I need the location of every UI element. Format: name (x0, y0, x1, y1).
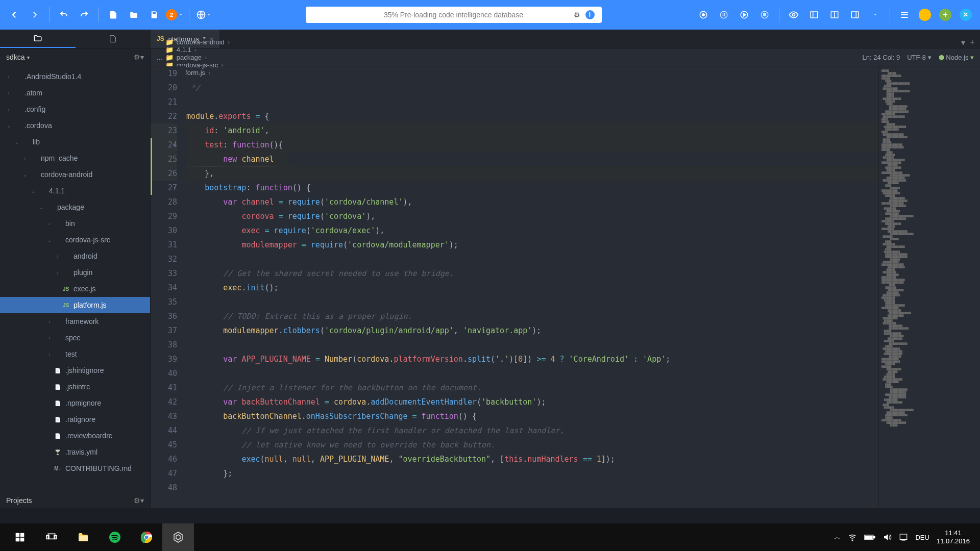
tree-item--cordova[interactable]: ⌄.cordova (0, 117, 150, 134)
preview-button[interactable] (785, 6, 803, 24)
layout-2-button[interactable] (825, 6, 844, 24)
tree-item-test[interactable]: ›test (0, 346, 150, 362)
tree-item--jshintrc[interactable]: 📄.jshintrc (0, 379, 150, 395)
tree-item-package[interactable]: ⌄package (0, 199, 150, 215)
svg-point-3 (720, 11, 727, 18)
tree-item--reviewboardrc[interactable]: 📄.reviewboardrc (0, 428, 150, 444)
windows-taskbar: ︿ DEU 11:41 11.07.2016 (0, 523, 980, 551)
tree-item-framework[interactable]: ›framework (0, 313, 150, 330)
svg-rect-11 (16, 533, 20, 537)
status-gap (0, 508, 980, 523)
taskbar-clock[interactable]: 11:41 11.07.2016 (937, 529, 970, 545)
spotify-taskbar-icon[interactable] (99, 523, 131, 551)
updates-button[interactable]: 2 (165, 6, 184, 24)
svg-point-7 (793, 14, 795, 16)
open-files-tab[interactable] (0, 30, 76, 48)
globe-button[interactable] (194, 6, 213, 24)
komodo-taskbar-icon[interactable] (162, 523, 194, 551)
tree-item-exec-js[interactable]: JSexec.js (0, 281, 150, 297)
maximize-button[interactable]: + (936, 6, 954, 24)
svg-rect-27 (866, 536, 873, 538)
tree-item--travis-yml[interactable]: 🍸.travis.yml (0, 444, 150, 460)
projects-label[interactable]: Projects (6, 496, 32, 505)
tree-item-CONTRIBUTING-md[interactable]: M↓CONTRIBUTING.md (0, 460, 150, 477)
tree-item--ratignore[interactable]: 📄.ratignore (0, 411, 150, 428)
tree-item--atom[interactable]: ›.atom (0, 85, 150, 101)
pause-button[interactable] (715, 6, 733, 24)
info-icon[interactable]: i (585, 10, 595, 19)
breadcrumb-cordova-android[interactable]: 📁 cordova-android › (165, 38, 230, 46)
play-button[interactable] (735, 6, 753, 24)
svg-rect-10 (851, 12, 859, 18)
tab-add-icon[interactable]: + (969, 37, 975, 48)
sidebar-tab-well (0, 30, 151, 48)
svg-rect-13 (16, 538, 20, 542)
task-view-button[interactable] (36, 523, 67, 551)
redo-button[interactable] (75, 6, 93, 24)
tree-item-npm_cache[interactable]: ›npm_cache (0, 150, 150, 166)
record-button[interactable] (694, 6, 713, 24)
footer-gear-icon[interactable]: ⚙▾ (134, 496, 144, 505)
nav-back-button[interactable] (5, 6, 23, 24)
save-button[interactable] (145, 6, 163, 24)
tree-item-lib[interactable]: ⌄lib (0, 134, 150, 150)
tree-item-android[interactable]: ›android (0, 248, 150, 264)
notifications-icon[interactable] (899, 533, 908, 542)
tray-chevron-icon[interactable]: ︿ (834, 533, 841, 542)
wifi-icon[interactable] (848, 533, 857, 542)
tree-item--AndroidStudio1-4[interactable]: ›.AndroidStudio1.4 (0, 68, 150, 85)
tree-item--jshintignore[interactable]: 📄.jshintignore (0, 362, 150, 379)
loading-text: 35% Pre-loading code intelligence databa… (384, 11, 523, 19)
code-content[interactable]: * */ module.exports = { id: 'android', t… (186, 66, 878, 508)
tree-item--npmignore[interactable]: 📄.npmignore (0, 395, 150, 411)
tab-strip: JS platform.js * × ▾ + (0, 30, 980, 48)
undo-button[interactable] (55, 6, 73, 24)
tree-item-platform-js[interactable]: JSplatform.js (0, 297, 150, 313)
breadcrumb-4.1.1[interactable]: 📁 4.1.1 › (165, 46, 230, 54)
code-area[interactable]: 19202122▾2324▾252627▾2829303132333435363… (151, 66, 980, 508)
menu-button[interactable] (895, 6, 914, 24)
stop-button[interactable] (755, 6, 774, 24)
tree-item-spec[interactable]: ›spec (0, 330, 150, 346)
file-tree[interactable]: ›.AndroidStudio1.4›.atom›.config⌄.cordov… (0, 66, 150, 492)
nav-forward-button[interactable] (26, 6, 44, 24)
tree-item-4-1-1[interactable]: ⌄4.1.1 (0, 183, 150, 199)
language-label[interactable]: ⬢ Node.js ▾ (939, 54, 974, 61)
volume-icon[interactable] (883, 533, 892, 542)
project-name[interactable]: sdkca (6, 53, 25, 61)
layout-1-button[interactable] (805, 6, 823, 24)
gutter[interactable]: 19202122▾2324▾252627▾2829303132333435363… (151, 66, 186, 508)
breadcrumb-package[interactable]: 📁 package › (165, 54, 230, 61)
loading-status: 35% Pre-loading code intelligence databa… (306, 7, 602, 23)
project-dropdown-icon[interactable]: ▾ (27, 55, 30, 60)
tab-overflow-icon[interactable]: ▾ (961, 38, 965, 47)
tree-item-plugin[interactable]: ›plugin (0, 264, 150, 281)
close-button[interactable]: × (957, 6, 975, 24)
layout-dropdown[interactable] (866, 6, 885, 24)
sidebar-gear-icon[interactable]: ⚙▾ (134, 53, 144, 61)
gear-icon[interactable]: ⚙ (574, 11, 580, 19)
tree-item-cordova-js-src[interactable]: ⌄cordova-js-src (0, 232, 150, 248)
files-tab[interactable] (76, 30, 151, 48)
tree-item--config[interactable]: ›.config (0, 101, 150, 117)
svg-rect-8 (811, 12, 818, 18)
cursor-position[interactable]: Ln: 24 Col: 9 (862, 54, 900, 61)
new-file-button[interactable] (104, 6, 122, 24)
minimap[interactable]: ██████ ███████ ████████████████ ███████ … (878, 66, 980, 508)
breadcrumb-bar: ... 📁 cordova-android ›📁 4.1.1 ›📁 packag… (151, 48, 980, 66)
language-indicator[interactable]: DEU (915, 534, 929, 541)
explorer-taskbar-icon[interactable] (67, 523, 99, 551)
tree-item-bin[interactable]: ›bin (0, 215, 150, 232)
start-button[interactable] (4, 523, 36, 551)
breadcrumb-ellipsis[interactable]: ... (157, 54, 162, 61)
chrome-taskbar-icon[interactable] (131, 523, 162, 551)
layout-3-button[interactable] (846, 6, 864, 24)
battery-icon[interactable] (864, 534, 875, 541)
svg-rect-28 (900, 534, 908, 540)
encoding-label[interactable]: UTF-8 ▾ (907, 54, 931, 61)
js-icon: JS (157, 35, 164, 42)
svg-rect-12 (20, 533, 24, 537)
tree-item-cordova-android[interactable]: ⌄cordova-android (0, 166, 150, 183)
open-folder-button[interactable] (125, 6, 143, 24)
minimize-button[interactable] (916, 6, 934, 24)
